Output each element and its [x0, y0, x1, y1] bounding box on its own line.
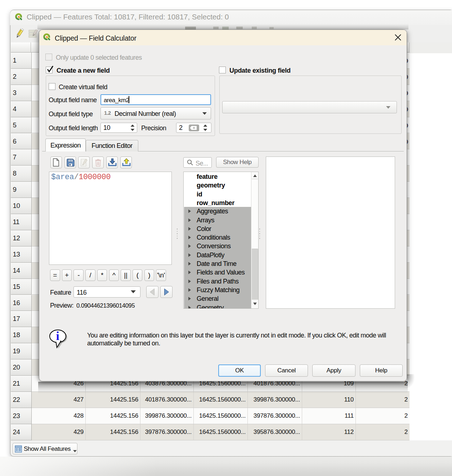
svg-text:i: i	[56, 330, 59, 343]
